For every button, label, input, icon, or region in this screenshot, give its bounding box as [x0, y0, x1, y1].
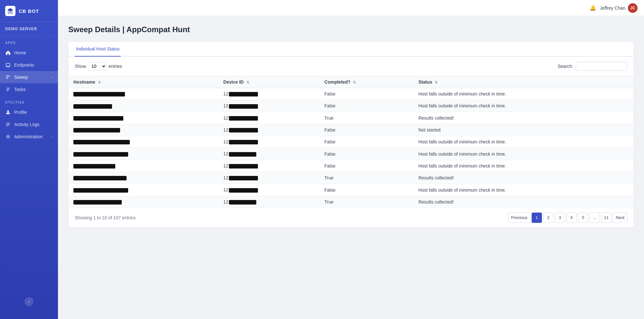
status-cell: Not started: [413, 124, 634, 136]
table-row: 12FalseHost falls outside of minimum che…: [68, 148, 634, 160]
status-cell: Results collected!: [413, 172, 634, 184]
sweep-chevron-icon: ›: [52, 75, 53, 79]
next-page-button[interactable]: Next: [613, 213, 627, 223]
completed-cell: True: [319, 196, 413, 208]
device-id-cell: 12: [218, 88, 319, 100]
page-btn-2[interactable]: 2: [543, 213, 554, 223]
hostname-cell: [68, 148, 218, 160]
status-cell: Host falls outside of minimum check in t…: [413, 100, 634, 112]
show-entries-control: Show 10 25 50 100 entries: [75, 62, 122, 70]
completed-cell: False: [319, 124, 413, 136]
entries-select[interactable]: 10 25 50 100: [88, 62, 107, 70]
sidebar-sweep-label: Sweep: [14, 75, 28, 80]
avatar: JC: [628, 3, 638, 13]
page-btn-5[interactable]: 5: [578, 213, 588, 223]
table-row: 12FalseHost falls outside of minimum che…: [68, 160, 634, 172]
hostname-sort-icon[interactable]: ⇅: [98, 80, 101, 84]
col-status: Status ⇅: [413, 76, 634, 88]
sidebar-item-administration[interactable]: Administration ›: [0, 131, 58, 143]
status-cell: Results collected!: [413, 112, 634, 124]
sidebar-activity-label: Activity Logs: [14, 122, 40, 127]
tab-individual-host-status[interactable]: Individual Host Status: [75, 42, 121, 57]
sidebar-item-profile[interactable]: Profile: [0, 106, 58, 118]
completed-cell: True: [319, 112, 413, 124]
apps-section-label: APPS: [0, 36, 58, 47]
status-cell: Host falls outside of minimum check in t…: [413, 148, 634, 160]
endpoints-icon: [5, 62, 11, 68]
sidebar-item-sweep[interactable]: Sweep ›: [0, 71, 58, 83]
table-row: 12TrueResults collected!: [68, 196, 634, 208]
search-input[interactable]: [576, 62, 627, 71]
user-name: Jeffrey Chan: [600, 5, 625, 11]
completed-sort-icon[interactable]: ⇅: [353, 80, 356, 84]
table-header-row: Hostname ⇅ Device ID ⇅ Completed? ⇅ St: [68, 76, 634, 88]
sidebar-home-label: Home: [14, 50, 26, 55]
table-row: 12TrueResults collected!: [68, 112, 634, 124]
svg-point-3: [7, 136, 9, 138]
pagination-summary: Showing 1 to 10 of 107 entries: [75, 215, 136, 220]
home-icon: [5, 50, 11, 56]
tasks-icon: [5, 87, 11, 92]
table-row: 12FalseHost falls outside of minimum che…: [68, 184, 634, 196]
page-btn-4[interactable]: 4: [566, 213, 577, 223]
status-sort-icon[interactable]: ⇅: [435, 80, 438, 84]
hostname-cell: [68, 136, 218, 148]
logo-icon: [5, 6, 15, 16]
device-id-cell: 12: [218, 136, 319, 148]
user-menu[interactable]: Jeffrey Chan JC: [600, 3, 638, 13]
card-tabs: Individual Host Status: [68, 42, 634, 57]
sidebar-admin-label: Administration: [14, 134, 43, 139]
sidebar: CB BOT DEMO SERVER APPS Home Endpoints S…: [0, 0, 58, 319]
completed-cell: False: [319, 100, 413, 112]
status-cell: Results collected!: [413, 196, 634, 208]
device-id-cell: 12: [218, 100, 319, 112]
table-row: 12FalseHost falls outside of minimum che…: [68, 100, 634, 112]
sidebar-item-endpoints[interactable]: Endpoints: [0, 59, 58, 71]
device-sort-icon[interactable]: ⇅: [246, 80, 249, 84]
completed-cell: True: [319, 172, 413, 184]
completed-cell: False: [319, 136, 413, 148]
sidebar-item-activity-logs[interactable]: Activity Logs: [0, 118, 58, 131]
table-row: 12FalseHost falls outside of minimum che…: [68, 136, 634, 148]
hostname-cell: [68, 124, 218, 136]
sidebar-endpoints-label: Endpoints: [14, 62, 34, 68]
page-title: Sweep Details | AppCompat Hunt: [68, 25, 634, 34]
page-btn-3[interactable]: 3: [555, 213, 565, 223]
profile-icon: [5, 109, 11, 115]
device-id-cell: 12: [218, 124, 319, 136]
hostname-cell: [68, 160, 218, 172]
hostname-cell: [68, 88, 218, 100]
page-ellipsis: ...: [590, 213, 600, 223]
device-id-cell: 12: [218, 112, 319, 124]
sidebar-profile-label: Profile: [14, 110, 27, 115]
page-btn-1[interactable]: 1: [532, 213, 542, 223]
col-completed: Completed? ⇅: [319, 76, 413, 88]
status-cell: Host falls outside of minimum check in t…: [413, 136, 634, 148]
pagination-controls: Previous 1 2 3 4 5 ... 11 Next: [508, 213, 627, 223]
main-area: 🔔 Jeffrey Chan JC Sweep Details | AppCom…: [58, 0, 644, 319]
hostname-cell: [68, 172, 218, 184]
sidebar-item-tasks[interactable]: Tasks: [0, 83, 58, 96]
search-label: Search:: [558, 64, 573, 69]
utilities-section-label: UTILITIES: [0, 96, 58, 106]
search-box: Search:: [558, 62, 627, 71]
notification-bell-icon[interactable]: 🔔: [590, 5, 596, 11]
server-label: DEMO SERVER: [0, 22, 58, 36]
completed-cell: False: [319, 88, 413, 100]
sidebar-logo: CB BOT: [0, 0, 58, 22]
admin-icon: [5, 134, 11, 140]
col-device-id: Device ID ⇅: [218, 76, 319, 88]
completed-cell: False: [319, 160, 413, 172]
table-body: 12FalseHost falls outside of minimum che…: [68, 88, 634, 208]
sidebar-tasks-label: Tasks: [14, 87, 26, 92]
activity-icon: [5, 122, 11, 127]
status-cell: Host falls outside of minimum check in t…: [413, 88, 634, 100]
prev-page-button[interactable]: Previous: [508, 213, 530, 223]
sidebar-collapse-button[interactable]: ‹: [24, 297, 33, 306]
hostname-cell: [68, 184, 218, 196]
main-card: Individual Host Status Show 10 25 50 100…: [68, 42, 634, 227]
completed-cell: False: [319, 184, 413, 196]
page-btn-11[interactable]: 11: [601, 213, 611, 223]
table-row: 12TrueResults collected!: [68, 172, 634, 184]
sidebar-item-home[interactable]: Home: [0, 47, 58, 59]
